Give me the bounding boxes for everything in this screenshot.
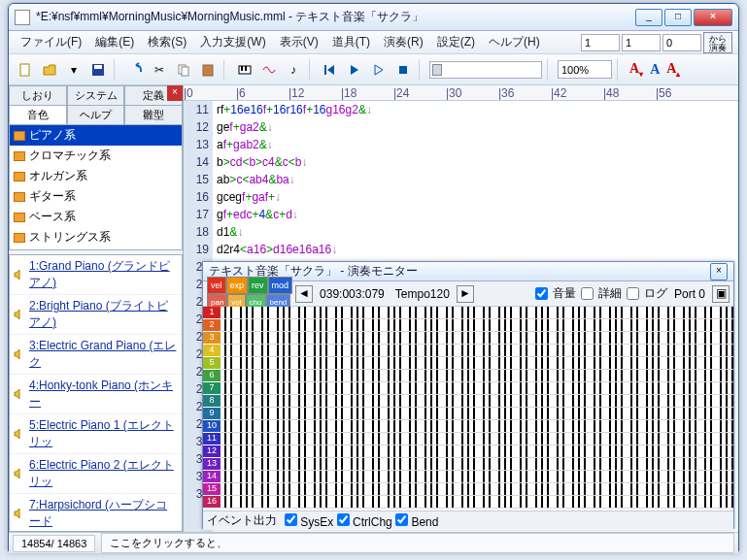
cb-Bend[interactable] bbox=[395, 513, 408, 526]
track-num[interactable]: 13 bbox=[203, 458, 221, 471]
tab-5[interactable]: 雛型 bbox=[124, 105, 183, 124]
note-button[interactable]: ♪ bbox=[283, 59, 304, 81]
track-num[interactable]: 8 bbox=[203, 395, 221, 408]
instrument-item[interactable]: 3:Electric Grand Piano (エレク bbox=[10, 335, 182, 375]
category-list[interactable]: ピアノ系クロマチック系オルガン系ギター系ベース系ストリングス系アンサンブル系 bbox=[9, 124, 183, 250]
track-num[interactable]: 1 bbox=[203, 307, 221, 319]
chip-mod[interactable]: mod bbox=[268, 277, 293, 294]
undo-button[interactable] bbox=[124, 59, 146, 81]
menu-play[interactable]: 演奏(R) bbox=[378, 32, 429, 52]
mon-next-button[interactable]: ► bbox=[457, 285, 474, 303]
track-row[interactable] bbox=[221, 307, 733, 319]
port-spin[interactable]: ▣ bbox=[712, 285, 730, 303]
track-row[interactable] bbox=[221, 357, 733, 370]
font-large-button[interactable]: A▴ bbox=[664, 61, 682, 79]
track-num[interactable]: 14 bbox=[203, 471, 221, 483]
tab-3[interactable]: 音色 bbox=[9, 105, 67, 124]
position-slider[interactable] bbox=[429, 61, 542, 79]
track-row[interactable] bbox=[221, 445, 733, 458]
category-item[interactable]: ストリングス系 bbox=[10, 227, 182, 247]
spin-1[interactable]: 1 bbox=[581, 34, 620, 51]
menu-file[interactable]: ファイル(F) bbox=[15, 32, 87, 52]
category-item[interactable]: オルガン系 bbox=[10, 166, 182, 186]
zoom-combo[interactable] bbox=[558, 60, 612, 79]
instrument-item[interactable]: 2:Bright Piano (ブライトピアノ) bbox=[10, 295, 182, 335]
tab-1[interactable]: システム bbox=[67, 85, 125, 105]
track-row[interactable] bbox=[221, 471, 733, 483]
instrument-item[interactable]: 6:Electric Piano 2 (エレクトリッ bbox=[10, 454, 182, 494]
category-item[interactable]: ピアノ系 bbox=[10, 125, 182, 146]
minimize-button[interactable]: _ bbox=[635, 9, 662, 26]
menu-tools[interactable]: 道具(T) bbox=[326, 32, 376, 52]
menu-help[interactable]: ヘルプ(H) bbox=[483, 32, 546, 52]
instrument-item[interactable]: 7:Harpsichord (ハープシコード bbox=[10, 494, 182, 532]
cb-CtrlChg[interactable] bbox=[337, 513, 350, 526]
tab-4[interactable]: ヘルプ bbox=[67, 105, 125, 124]
save-button[interactable] bbox=[87, 59, 109, 81]
monitor-close-button[interactable]: × bbox=[710, 263, 728, 280]
track-row[interactable] bbox=[221, 332, 733, 345]
track-row[interactable] bbox=[221, 420, 733, 433]
track-num[interactable]: 9 bbox=[203, 408, 221, 420]
track-num[interactable]: 4 bbox=[203, 345, 221, 357]
play-from-button[interactable]: から 演奏 bbox=[703, 32, 732, 53]
panel-close-button[interactable]: × bbox=[167, 85, 183, 101]
open-dropdown[interactable]: ▾ bbox=[63, 59, 85, 81]
mon-prev-button[interactable]: ◄ bbox=[295, 285, 313, 303]
spin-3[interactable]: 0 bbox=[662, 34, 701, 51]
track-row[interactable] bbox=[221, 345, 733, 357]
cut-button[interactable]: ✂ bbox=[149, 59, 170, 81]
playloop-button[interactable] bbox=[368, 59, 390, 81]
cb-log[interactable] bbox=[627, 287, 639, 300]
track-row[interactable] bbox=[221, 319, 733, 332]
track-row[interactable] bbox=[221, 408, 733, 420]
tab-0[interactable]: しおり bbox=[9, 85, 67, 105]
category-item[interactable]: ベース系 bbox=[10, 207, 182, 227]
track-num[interactable]: 7 bbox=[203, 382, 221, 395]
menu-search[interactable]: 検索(S) bbox=[142, 32, 192, 52]
track-row[interactable] bbox=[221, 433, 733, 445]
cb-volume[interactable] bbox=[535, 287, 548, 300]
track-row[interactable] bbox=[221, 458, 733, 471]
stop-button[interactable] bbox=[392, 59, 414, 81]
track-num[interactable]: 12 bbox=[203, 445, 221, 458]
track-num[interactable]: 11 bbox=[203, 433, 221, 445]
track-area[interactable] bbox=[221, 307, 733, 511]
menu-edit[interactable]: 編集(E) bbox=[89, 32, 140, 52]
instrument-item[interactable]: 1:Grand Piano (グランドピアノ) bbox=[10, 255, 182, 295]
instrument-item[interactable]: 4:Honky-tonk Piano (ホンキー bbox=[10, 375, 182, 414]
wave-button[interactable] bbox=[258, 59, 280, 81]
font-small-button[interactable]: A▾ bbox=[628, 61, 645, 79]
new-button[interactable] bbox=[15, 59, 36, 81]
instrument-list[interactable]: 1:Grand Piano (グランドピアノ)2:Bright Piano (ブ… bbox=[9, 254, 183, 532]
menu-settings[interactable]: 設定(Z) bbox=[431, 32, 481, 52]
cb-detail[interactable] bbox=[581, 287, 594, 300]
skip-back-button[interactable] bbox=[320, 59, 341, 81]
track-num[interactable]: 10 bbox=[203, 420, 221, 433]
track-num[interactable]: 16 bbox=[203, 496, 221, 509]
piano-button[interactable] bbox=[234, 59, 255, 81]
play-button[interactable] bbox=[344, 59, 365, 81]
track-row[interactable] bbox=[221, 382, 733, 395]
chip-vel[interactable]: vel bbox=[207, 277, 226, 294]
open-button[interactable] bbox=[39, 59, 60, 81]
maximize-button[interactable]: □ bbox=[664, 9, 692, 26]
category-item[interactable]: ギター系 bbox=[10, 186, 182, 207]
track-row[interactable] bbox=[221, 496, 733, 509]
chip-rev[interactable]: rev bbox=[248, 277, 268, 294]
paste-button[interactable] bbox=[197, 59, 219, 81]
track-num[interactable]: 5 bbox=[203, 357, 221, 370]
chip-exp[interactable]: exp bbox=[226, 277, 249, 294]
track-num[interactable]: 6 bbox=[203, 370, 221, 382]
menu-input[interactable]: 入力支援(W) bbox=[194, 32, 271, 52]
cb-SysEx[interactable] bbox=[285, 513, 297, 526]
font-reset-button[interactable]: A bbox=[648, 62, 662, 78]
spin-2[interactable]: 1 bbox=[622, 34, 661, 51]
category-item[interactable]: クロマチック系 bbox=[10, 146, 182, 166]
instrument-item[interactable]: 5:Electric Piano 1 (エレクトリッ bbox=[10, 414, 182, 454]
category-item[interactable]: アンサンブル系 bbox=[10, 247, 182, 250]
track-row[interactable] bbox=[221, 370, 733, 382]
track-num[interactable]: 2 bbox=[203, 319, 221, 332]
track-row[interactable] bbox=[221, 395, 733, 408]
track-num[interactable]: 3 bbox=[203, 332, 221, 345]
